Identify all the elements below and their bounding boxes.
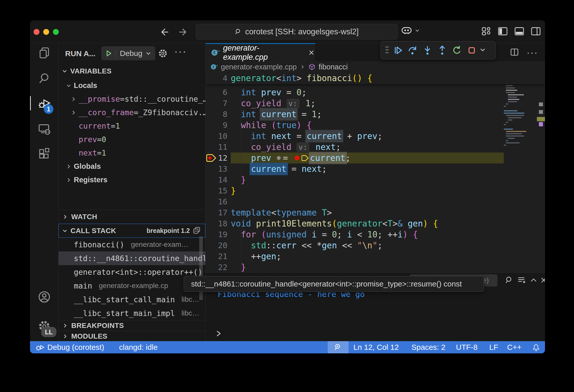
notifications-bell-icon[interactable] xyxy=(532,341,540,353)
continue-icon[interactable] xyxy=(391,43,405,57)
line-number[interactable]: 11 xyxy=(206,142,227,153)
variables-section-header[interactable]: VARIABLES xyxy=(59,65,205,78)
code-line-9[interactable]: 9 while (true) { xyxy=(206,120,545,131)
maximize-window-button[interactable] xyxy=(53,29,59,35)
stop-dropdown-chevron-icon[interactable] xyxy=(479,46,486,54)
command-center[interactable]: corotest [SSH: avogelsges-wsl2] xyxy=(196,24,398,39)
chevron-right-icon[interactable] xyxy=(66,177,72,183)
tab-generator-example[interactable]: C++ generator-example.cpp xyxy=(206,43,315,61)
variable-__coro_frame[interactable]: __coro_frame = _Z9fibonacciv.… xyxy=(59,106,205,119)
code-line-20[interactable]: 20 std::cerr << *gen << "\n"; xyxy=(206,240,545,251)
close-window-button[interactable] xyxy=(34,29,39,35)
status-debug-item[interactable]: Debug (corotest) xyxy=(35,341,104,353)
split-editor-icon[interactable] xyxy=(510,48,519,58)
callstack-section-header[interactable]: CALL STACK breakpoint 1.2 xyxy=(59,224,205,238)
line-number[interactable]: 7 xyxy=(206,98,227,109)
chevron-right-icon[interactable] xyxy=(70,96,77,102)
status-language[interactable]: C++ xyxy=(507,341,522,353)
console-prompt-icon[interactable] xyxy=(215,329,222,338)
chevron-down-icon[interactable] xyxy=(66,83,72,89)
status-cursor-position[interactable]: Ln 12, Col 12 xyxy=(353,341,399,353)
navigate-back-icon[interactable] xyxy=(159,27,169,38)
code-line-content[interactable]: current = next; xyxy=(231,163,327,174)
code-line-content[interactable]: int prev = 0; xyxy=(231,87,307,98)
account-icon[interactable] xyxy=(37,290,51,304)
status-clangd[interactable]: clangd: idle xyxy=(119,341,158,353)
editor-more-actions-icon[interactable]: ··· xyxy=(527,47,538,58)
launch-config-gear-icon[interactable] xyxy=(158,48,168,59)
code-line-content[interactable]: } xyxy=(231,262,246,273)
code-line-content[interactable]: } xyxy=(231,185,236,196)
sticky-line-content[interactable]: generator<int> fibonacci() { xyxy=(231,73,372,84)
code-area[interactable]: 6 int prev = 0;7 co_yield v: 1;8 int cur… xyxy=(206,73,545,273)
code-line-content[interactable]: while (true) { xyxy=(231,120,312,131)
line-number[interactable]: 15 xyxy=(206,185,227,196)
code-line-14[interactable]: 14 } xyxy=(206,174,545,185)
tree-group-globals[interactable]: Globals xyxy=(59,160,205,173)
line-number[interactable]: 22 xyxy=(206,262,227,273)
tree-group-locals[interactable]: Locals xyxy=(59,79,205,92)
breadcrumb-symbol[interactable]: fibonacci xyxy=(319,63,348,71)
minimap[interactable] xyxy=(504,74,536,236)
breadcrumb-file[interactable]: generator-example.cpp xyxy=(221,63,297,71)
toggle-primary-sidebar-icon[interactable] xyxy=(498,26,508,37)
customize-layout-icon[interactable] xyxy=(481,26,491,37)
line-number[interactable]: 17 xyxy=(206,207,227,218)
navigate-forward-icon[interactable] xyxy=(178,27,188,38)
callstack-frame[interactable]: std::__n4861::coroutine_handle<g xyxy=(59,251,205,265)
breakpoints-section-header[interactable]: BREAKPOINTS xyxy=(59,320,205,331)
toggle-secondary-sidebar-icon[interactable] xyxy=(531,26,541,37)
code-line-content[interactable]: int next = current + prev; xyxy=(231,131,382,142)
line-number[interactable]: 10 xyxy=(206,131,227,142)
code-line-22[interactable]: 22 } xyxy=(206,262,545,273)
code-line-12[interactable]: 12 prev = current; xyxy=(206,153,545,163)
step-into-icon[interactable] xyxy=(420,43,435,57)
code-line-21[interactable]: 21 ++gen; xyxy=(206,251,545,262)
code-line-17[interactable]: 17template<typename T> xyxy=(206,207,545,218)
line-number[interactable]: 9 xyxy=(206,120,227,131)
toggle-panel-icon[interactable] xyxy=(514,26,524,37)
code-line-18[interactable]: 18void print10Elements(generator<T>& gen… xyxy=(206,218,545,229)
callstack-frame[interactable]: __libc_start_main_impllibc… xyxy=(59,306,205,320)
code-line-16[interactable]: 16 xyxy=(206,196,545,207)
sticky-scroll-line[interactable]: 4generator<int> fibonacci() { xyxy=(206,73,545,84)
code-line-content[interactable]: prev = current; xyxy=(231,153,351,163)
explorer-icon[interactable] xyxy=(37,46,51,60)
line-number[interactable]: 20 xyxy=(206,240,227,251)
minimize-window-button[interactable] xyxy=(43,29,49,35)
line-number[interactable]: 12 xyxy=(206,153,227,163)
search-icon[interactable] xyxy=(37,71,51,85)
code-line-8[interactable]: 8 int current = 1; xyxy=(206,109,545,120)
code-line-19[interactable]: 19 for (unsigned i = 0; i < 10; ++i) { xyxy=(206,229,545,240)
clear-console-icon[interactable] xyxy=(517,276,526,284)
breadcrumb[interactable]: C++ generator-example.cpp fibonacci xyxy=(206,61,545,73)
maximize-panel-icon[interactable] xyxy=(529,276,538,284)
line-number[interactable]: 6 xyxy=(206,87,227,98)
restart-icon[interactable] xyxy=(450,43,464,57)
status-encoding[interactable]: UTF-8 xyxy=(456,341,478,353)
line-number[interactable]: 14 xyxy=(206,174,227,185)
close-panel-icon[interactable] xyxy=(539,276,545,284)
chevron-right-icon[interactable] xyxy=(70,110,77,116)
extensions-icon[interactable] xyxy=(37,147,51,161)
debug-launch-dropdown[interactable]: Debug xyxy=(101,46,155,60)
remote-explorer-icon[interactable] xyxy=(37,122,51,136)
callstack-frame[interactable]: generator<int>::operator++() xyxy=(59,265,205,279)
line-number[interactable]: 8 xyxy=(206,109,227,120)
code-line-content[interactable]: template<typename T> xyxy=(231,207,332,218)
code-line-content[interactable]: co_yield v: next; xyxy=(231,142,341,153)
code-line-content[interactable]: } xyxy=(231,174,246,185)
stop-icon[interactable] xyxy=(464,43,479,57)
copilot-menu[interactable] xyxy=(401,26,420,35)
line-number[interactable]: 19 xyxy=(206,229,227,240)
toolbar-drag-handle[interactable] xyxy=(385,45,389,56)
line-number[interactable]: 18 xyxy=(206,218,227,229)
code-line-content[interactable]: int current = 1; xyxy=(231,109,322,120)
variable-current[interactable]: current = 1 xyxy=(59,119,205,133)
variable-prev[interactable]: prev = 0 xyxy=(59,133,205,146)
callstack-frame[interactable]: __libc_start_call_mainlibc… xyxy=(59,293,205,306)
line-number[interactable]: 16 xyxy=(206,196,227,207)
variable-__promise[interactable]: __promise = std::__coroutine_… xyxy=(59,92,205,106)
code-line-10[interactable]: 10 int next = current + prev; xyxy=(206,131,545,142)
code-line-6[interactable]: 6 int prev = 0; xyxy=(206,87,545,98)
